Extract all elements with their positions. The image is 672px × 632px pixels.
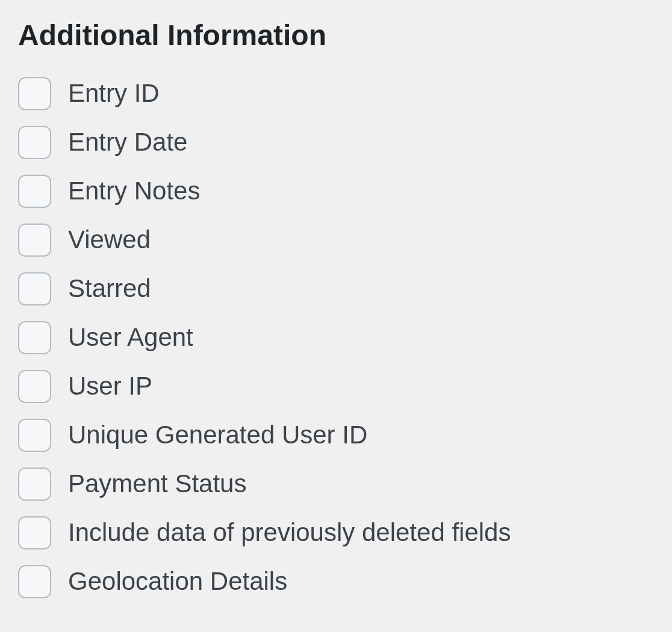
checkbox-item-unique-generated-user-id: Unique Generated User ID [18,419,654,452]
checkbox-label-unique-generated-user-id[interactable]: Unique Generated User ID [68,419,367,452]
checkbox-label-payment-status[interactable]: Payment Status [68,468,246,501]
section-title: Additional Information [18,18,654,53]
checkbox-item-payment-status: Payment Status [18,468,654,501]
checkbox-label-viewed[interactable]: Viewed [68,224,151,257]
checkbox-list: Entry ID Entry Date Entry Notes Viewed S… [18,77,654,598]
checkbox-label-geolocation-details[interactable]: Geolocation Details [68,565,287,598]
checkbox-payment-status[interactable] [18,468,51,501]
checkbox-item-geolocation-details: Geolocation Details [18,565,654,598]
checkbox-item-entry-notes: Entry Notes [18,175,654,208]
checkbox-item-include-deleted-fields: Include data of previously deleted field… [18,516,654,549]
checkbox-label-entry-notes[interactable]: Entry Notes [68,175,200,208]
checkbox-item-user-ip: User IP [18,370,654,403]
checkbox-geolocation-details[interactable] [18,565,51,598]
checkbox-entry-notes[interactable] [18,175,51,208]
checkbox-entry-id[interactable] [18,77,51,110]
checkbox-item-entry-id: Entry ID [18,77,654,110]
checkbox-include-deleted-fields[interactable] [18,516,51,549]
checkbox-label-include-deleted-fields[interactable]: Include data of previously deleted field… [68,516,511,549]
checkbox-user-ip[interactable] [18,370,51,403]
checkbox-item-user-agent: User Agent [18,321,654,354]
checkbox-starred[interactable] [18,272,51,305]
checkbox-item-starred: Starred [18,272,654,305]
checkbox-label-user-ip[interactable]: User IP [68,370,152,403]
checkbox-item-entry-date: Entry Date [18,126,654,159]
checkbox-unique-generated-user-id[interactable] [18,419,51,452]
checkbox-label-entry-date[interactable]: Entry Date [68,126,187,159]
checkbox-item-viewed: Viewed [18,224,654,257]
checkbox-label-user-agent[interactable]: User Agent [68,321,193,354]
checkbox-viewed[interactable] [18,224,51,257]
checkbox-label-entry-id[interactable]: Entry ID [68,77,160,110]
checkbox-entry-date[interactable] [18,126,51,159]
checkbox-user-agent[interactable] [18,321,51,354]
checkbox-label-starred[interactable]: Starred [68,272,151,305]
